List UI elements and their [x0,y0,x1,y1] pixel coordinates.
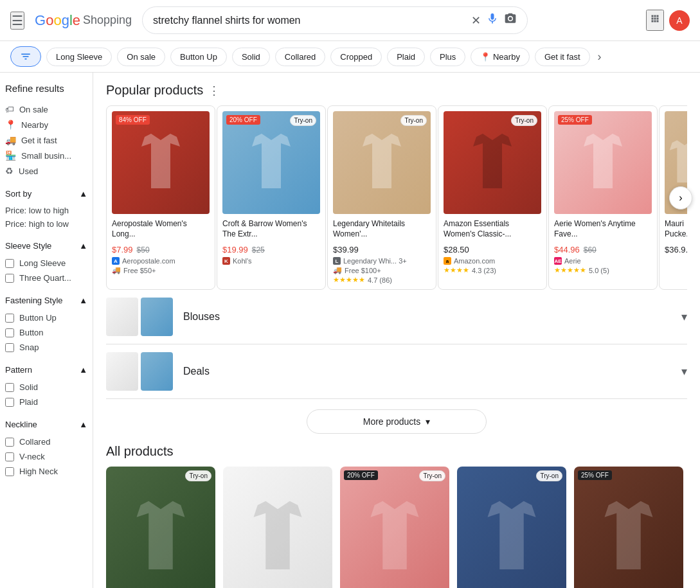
store-favicon: a [444,257,451,265]
clear-search-button[interactable]: ✕ [471,13,481,28]
apps-button[interactable] [646,10,664,31]
store-favicon: K [222,257,230,265]
sidebar-item-on-sale[interactable]: 🏷 On sale [5,102,87,117]
pattern-plaid[interactable]: Plaid [5,395,87,409]
all-product-pink[interactable]: 20% OFF Try-on [340,467,449,588]
search-input[interactable] [153,15,466,26]
product-card-aerie[interactable]: 25% OFF Aerie Women's Anytime Fave... $4… [548,105,658,290]
filter-chip-plaid[interactable]: Plaid [387,48,425,66]
sort-by-options: Price: low to high Price: high to low [5,201,87,231]
price-original: $50 [137,245,150,254]
tag-icon: 🏷 [5,104,14,114]
filter-chip-solid[interactable]: Solid [232,48,270,66]
product-placeholder-img [444,111,541,214]
logo-text: Google [35,12,80,29]
main-content: Popular products ⋮ 84% OFF Aeropostale W… [93,73,700,588]
neckline-header[interactable]: Neckline ▲ [5,417,87,432]
image-search-button[interactable] [504,12,517,28]
sidebar-item-nearby[interactable]: 📍 Nearby [5,117,87,132]
sleeve-three-quarter[interactable]: Three Quart... [5,271,87,285]
fastening-style-header[interactable]: Fastening Style ▲ [5,293,87,308]
deals-category[interactable]: Deals ▾ [106,344,687,399]
product-store: L Legendary Whi... 3+ [333,257,431,265]
product-placeholder-img [554,111,652,214]
more-products-button[interactable]: More products ▾ [307,409,487,434]
filter-icon-chip[interactable] [10,46,41,67]
price-current: $44.96 [554,245,580,254]
voice-search-button[interactable] [486,12,499,28]
header-right: A [646,10,690,31]
pattern-solid[interactable]: Solid [5,380,87,395]
deals-expand-icon: ▾ [681,364,687,379]
all-product-blue-plaid[interactable]: Try-on [457,467,566,588]
pattern-solid-checkbox[interactable] [5,383,14,392]
neckline-collared[interactable]: Collared [5,434,87,449]
blouse-thumb-2 [141,298,173,336]
try-on-badge: Try-on [400,115,427,126]
menu-button[interactable]: ☰ [10,12,24,30]
fastening-style-options: Button Up Button Snap [5,308,87,355]
product-placeholder-img [333,111,431,214]
product-name: Croft & Barrow Women's The Extr... [222,219,320,242]
filter-bar: Long Sleeve On sale Button Up Solid Coll… [0,41,700,73]
pattern-header[interactable]: Pattern ▲ [5,362,87,377]
filter-chip-button-up[interactable]: Button Up [170,48,227,66]
carousel-next-button[interactable]: › [669,186,692,209]
filter-chip-on-sale[interactable]: On sale [117,48,165,66]
sort-price-low-high[interactable]: Price: low to high [5,204,87,217]
product-name: Aerie Women's Anytime Fave... [554,219,652,242]
sidebar-item-used[interactable]: ♻ Used [5,163,87,179]
product-shipping: 🚚 Free $100+ [333,266,431,274]
sort-by-header[interactable]: Sort by ▲ [5,186,87,201]
product-store: A Aeropostale.com [112,257,210,265]
all-product-brown[interactable]: 25% OFF [574,467,683,588]
blouses-category[interactable]: Blouses ▾ [106,290,687,344]
fastening-button-checkbox[interactable] [5,328,14,337]
user-avatar[interactable]: A [669,10,690,31]
filter-chip-collared[interactable]: Collared [275,48,325,66]
sleeve-style-header[interactable]: Sleeve Style ▲ [5,238,87,253]
all-product-white[interactable] [223,467,332,588]
neckline-vneck-checkbox[interactable] [5,452,14,461]
product-image-aerie: 25% OFF [554,111,652,214]
neckline-collared-checkbox[interactable] [5,438,14,447]
sleeve-three-quarter-checkbox[interactable] [5,274,14,283]
all-product-image: Try-on [106,467,215,588]
product-card-croft-barrow[interactable]: 20% OFF Try-on Croft & Barrow Women's Th… [217,105,326,290]
product-price: $28.50 [444,245,541,254]
pattern-plaid-checkbox[interactable] [5,398,14,407]
product-store: K Kohl's [222,257,320,265]
sidebar-item-get-it-fast[interactable]: 🚚 Get it fast [5,132,87,148]
fastening-snap-checkbox[interactable] [5,343,14,352]
recycle-icon: ♻ [5,166,13,176]
filter-chip-long-sleeve[interactable]: Long Sleeve [46,48,112,66]
neckline-highneck-checkbox[interactable] [5,467,14,476]
filter-chip-cropped[interactable]: Cropped [330,48,382,66]
deal-thumb-2 [141,352,173,391]
sidebar-item-small-business[interactable]: 🏪 Small busin... [5,148,87,163]
fastening-button[interactable]: Button [5,325,87,340]
all-product-green[interactable]: Try-on [106,467,215,588]
filter-scroll-right-button[interactable]: › [598,50,602,64]
sleeve-long-sleeve-checkbox[interactable] [5,259,14,268]
filter-chip-nearby[interactable]: 📍 Nearby [471,48,530,66]
neckline-high-neck[interactable]: High Neck [5,464,87,479]
product-image-legendary: Try-on [333,111,431,214]
product-card-legendary[interactable]: Try-on Legendary Whitetails Women'... $3… [327,105,436,290]
neckline-v-neck[interactable]: V-neck [5,449,87,464]
store-name: Kohl's [233,257,252,265]
sort-price-high-low[interactable]: Price: high to low [5,217,87,231]
fastening-snap[interactable]: Snap [5,340,87,355]
google-logo[interactable]: Google Shopping [35,12,132,29]
try-on-badge: Try-on [185,470,211,481]
section-more-icon[interactable]: ⋮ [208,84,220,98]
fastening-button-up-checkbox[interactable] [5,314,14,323]
product-card-aeropostale[interactable]: 84% OFF Aeropostale Women's Long... $7.9… [106,105,215,290]
filter-chip-plus[interactable]: Plus [430,48,465,66]
all-products-grid: Try-on 20% OFF Try-on Try-on [106,467,687,588]
sleeve-long-sleeve[interactable]: Long Sleeve [5,256,87,271]
filter-chip-get-it-fast[interactable]: Get it fast [535,48,590,66]
product-price: $19.99 $25 [222,245,320,254]
fastening-button-up[interactable]: Button Up [5,310,87,325]
product-card-amazon[interactable]: Try-on Amazon Essentials Women's Classic… [438,105,547,290]
